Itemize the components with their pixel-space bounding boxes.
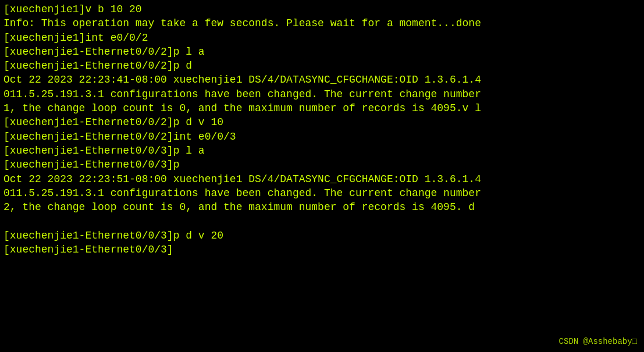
terminal-line: [xuechenjie1-Ethernet0/0/2]p d <box>3 59 641 73</box>
terminal-line: Oct 22 2023 22:23:51-08:00 xuechenjie1 D… <box>3 172 641 186</box>
terminal-line: [xuechenjie1-Ethernet0/0/3] <box>3 243 641 257</box>
terminal-line: [xuechenjie1-Ethernet0/0/3]p d v 20 <box>3 229 641 243</box>
terminal-window: [xuechenjie1]v b 10 20Info: This operati… <box>0 0 644 352</box>
terminal-line: 011.5.25.191.3.1 configurations have bee… <box>3 87 641 101</box>
terminal-line: [xuechenjie1-Ethernet0/0/3]p l a <box>3 144 641 158</box>
terminal-line: 011.5.25.191.3.1 configurations have bee… <box>3 186 641 200</box>
terminal-line: [xuechenjie1-Ethernet0/0/3]p <box>3 158 641 172</box>
terminal-line: [xuechenjie1-Ethernet0/0/2]p l a <box>3 45 641 59</box>
terminal-blank-line <box>3 214 641 228</box>
terminal-line: 1, the change loop count is 0, and the m… <box>3 101 641 115</box>
terminal-line: Info: This operation may take a few seco… <box>3 16 641 30</box>
terminal-line: Oct 22 2023 22:23:41-08:00 xuechenjie1 D… <box>3 73 641 87</box>
terminal-line: [xuechenjie1-Ethernet0/0/2]int e0/0/3 <box>3 130 641 144</box>
terminal-line: [xuechenjie1-Ethernet0/0/2]p d v 10 <box>3 115 641 129</box>
watermark: CSDN @Asshebaby□ <box>559 337 637 346</box>
terminal-line: [xuechenjie1]v b 10 20 <box>3 2 641 16</box>
terminal-line: 2, the change loop count is 0, and the m… <box>3 200 641 214</box>
terminal-line: [xuechenjie1]int e0/0/2 <box>3 31 641 45</box>
